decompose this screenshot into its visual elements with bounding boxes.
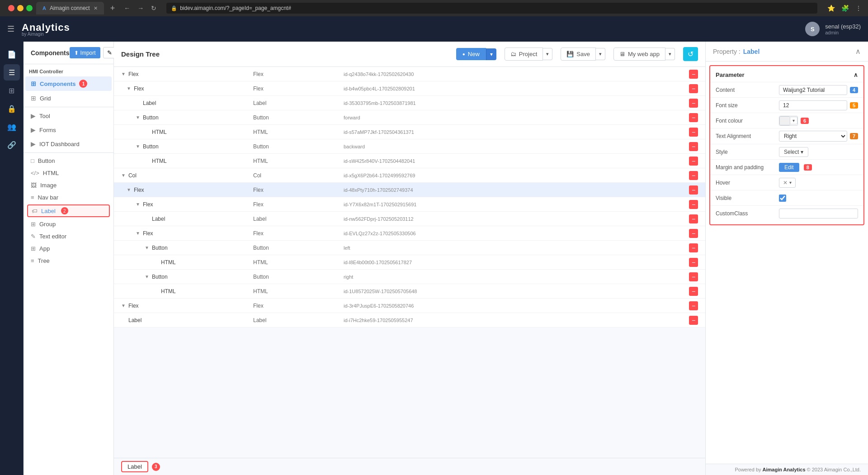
table-row[interactable]: HTML HTML id-l8E4b00t00-1702505617827 − <box>114 255 705 270</box>
new-btn-caret[interactable]: ▾ <box>486 48 496 60</box>
label-drag-item[interactable]: Label <box>121 461 148 472</box>
close-btn[interactable] <box>8 5 14 11</box>
myweb-btn[interactable]: 🖥 My web app <box>613 48 665 61</box>
collapse-btn[interactable]: ∧ <box>855 47 861 56</box>
refresh-tree-btn[interactable]: ↺ <box>683 47 698 61</box>
comp-item-tree[interactable]: ≡ Tree <box>24 255 113 267</box>
visible-checkbox[interactable] <box>779 195 786 202</box>
import-btn[interactable]: ⬆ Import <box>70 47 100 58</box>
toggle-icon[interactable]: ▼ <box>136 231 140 236</box>
new-tab-btn[interactable]: + <box>110 4 115 13</box>
sidebar-item-forms[interactable]: ▶ Forms <box>25 123 112 137</box>
toggle-icon[interactable]: ▼ <box>121 173 126 178</box>
sidebar-item-components[interactable]: ⊞ Components 1 <box>25 76 112 91</box>
tree-scroll-area[interactable]: ▼ Flex Flex id-q2438o74kk-1702502620430 … <box>114 67 705 458</box>
remove-btn[interactable]: − <box>689 301 698 310</box>
table-row[interactable]: ▼ Flex Flex id-q2438o74kk-1702502620430 … <box>114 67 705 81</box>
hover-box[interactable]: ✕ ▾ <box>779 178 796 188</box>
remove-btn[interactable]: − <box>689 113 698 122</box>
comp-item-label[interactable]: 🏷 Label 2 <box>27 204 110 217</box>
layers-icon[interactable]: ☰ <box>4 64 20 81</box>
toggle-icon[interactable]: ▼ <box>121 71 126 76</box>
table-row[interactable]: ▼ Col Col id-x5gX6P2b64-1702499592769 − <box>114 168 705 183</box>
integrations-icon[interactable]: 🔗 <box>4 137 20 153</box>
fontsize-input[interactable] <box>779 100 847 110</box>
table-row[interactable]: ▼ Flex Flex id-EVLQz27x2z-1702505330506 … <box>114 226 705 241</box>
customclass-input[interactable] <box>779 209 858 218</box>
content-input[interactable] <box>779 85 847 95</box>
comp-item-texteditor[interactable]: ✎ Text editor <box>24 230 113 242</box>
comp-item-app[interactable]: ⊞ App <box>24 242 113 255</box>
lock-icon[interactable]: 🔒 <box>4 100 20 117</box>
refresh-btn[interactable]: ↻ <box>149 4 158 13</box>
forward-btn[interactable]: → <box>136 4 146 13</box>
sidebar-item-grid[interactable]: ⊞ Grid <box>25 91 112 105</box>
project-btn-caret[interactable]: ▾ <box>543 48 552 60</box>
project-btn[interactable]: 🗂 Project <box>505 48 543 61</box>
toggle-icon[interactable]: ▼ <box>127 86 131 91</box>
textalign-select[interactable]: Left Center Right <box>779 131 847 142</box>
style-select-btn[interactable]: Select <box>779 147 808 157</box>
param-collapse-icon[interactable]: ∧ <box>854 71 858 78</box>
page-icon[interactable]: 📄 <box>4 46 20 62</box>
toggle-icon[interactable]: ▼ <box>136 115 140 120</box>
toggle-icon[interactable]: ▼ <box>145 245 149 250</box>
sidebar-item-iot[interactable]: ▶ IOT Dashboard <box>25 137 112 151</box>
toggle-icon[interactable]: ▼ <box>136 144 140 149</box>
bookmarks-icon[interactable]: ⭐ <box>826 4 837 13</box>
menu-icon[interactable]: ⋮ <box>854 4 863 13</box>
table-row[interactable]: ▼ Flex Flex id-b4w05pbc4L-1702502809201 … <box>114 81 705 96</box>
table-icon[interactable]: ⊞ <box>4 82 20 99</box>
remove-btn[interactable]: − <box>689 243 698 252</box>
remove-btn[interactable]: − <box>689 229 698 238</box>
remove-btn[interactable]: − <box>689 200 698 209</box>
table-row[interactable]: HTML HTML id-s57aMP7Jkf-1702504361371 − <box>114 125 705 139</box>
address-bar[interactable]: 🔒 bidev.aimagin.com/?_pageId=_page_amgcn… <box>166 3 817 14</box>
color-caret[interactable]: ▾ <box>790 117 797 124</box>
hamburger-icon[interactable]: ☰ <box>7 24 14 34</box>
remove-btn[interactable]: − <box>689 185 698 195</box>
table-row[interactable]: Label Label id-35303795mb-1702503871981 … <box>114 96 705 110</box>
minimize-btn[interactable] <box>17 5 24 11</box>
users-icon[interactable]: 👥 <box>4 119 20 135</box>
myweb-btn-caret[interactable]: ▾ <box>665 48 675 60</box>
toggle-icon[interactable]: ▼ <box>121 303 126 308</box>
table-row[interactable]: HTML HTML id-sW425r840V-1702504482041 − <box>114 154 705 168</box>
extensions-icon[interactable]: 🧩 <box>840 4 851 13</box>
table-row[interactable]: Label Label id-i7Hc2hke59-1702505955247 … <box>114 313 705 328</box>
remove-btn[interactable]: − <box>689 316 698 325</box>
back-btn[interactable]: ← <box>122 4 132 13</box>
browser-tab[interactable]: A Aimagin connect ✕ <box>36 2 104 14</box>
table-row[interactable]: ▼ Button Button right − <box>114 270 705 284</box>
table-row[interactable]: ▼ Button Button backward − <box>114 139 705 154</box>
remove-btn[interactable]: − <box>689 272 698 281</box>
remove-btn[interactable]: − <box>689 142 698 151</box>
table-row[interactable]: HTML HTML id-1U8572025W-1702505705648 − <box>114 284 705 299</box>
table-row[interactable]: ▼ Flex Flex id-Y7X6x82m1T-1702502915691 … <box>114 197 705 212</box>
margin-edit-btn[interactable]: Edit <box>779 163 799 172</box>
comp-item-image[interactable]: 🖼 Image <box>24 179 113 191</box>
comp-item-html[interactable]: </> HTML <box>24 167 113 179</box>
table-row[interactable]: ▼ Button Button forward − <box>114 110 705 125</box>
toggle-icon[interactable]: ▼ <box>136 202 140 207</box>
tab-close-icon[interactable]: ✕ <box>94 5 98 11</box>
maximize-btn[interactable] <box>26 5 33 11</box>
remove-btn[interactable]: − <box>689 84 698 93</box>
comp-item-navbar[interactable]: ≡ Nav bar <box>24 191 113 204</box>
comp-item-group[interactable]: ⊞ Group <box>24 218 113 230</box>
toggle-icon[interactable]: ▼ <box>145 274 149 279</box>
remove-btn[interactable]: − <box>689 99 698 108</box>
save-btn[interactable]: 💾 Save <box>561 48 596 61</box>
table-row[interactable]: ▼ Button Button left − <box>114 241 705 255</box>
new-btn[interactable]: ● New <box>456 48 486 60</box>
table-row[interactable]: ▼ Flex Flex id-3r4PJuspE6-1702505820746 … <box>114 299 705 313</box>
remove-btn[interactable]: − <box>689 128 698 137</box>
hover-caret-icon[interactable]: ▾ <box>789 180 792 185</box>
remove-btn[interactable]: − <box>689 171 698 180</box>
remove-btn[interactable]: − <box>689 214 698 223</box>
save-btn-caret[interactable]: ▾ <box>596 48 605 60</box>
remove-btn[interactable]: − <box>689 287 698 296</box>
toggle-icon[interactable]: ▼ <box>127 187 131 192</box>
table-row[interactable]: ▼ Flex Flex id-48xPty710h-1702502749374 … <box>114 183 705 197</box>
remove-btn[interactable]: − <box>689 157 698 166</box>
